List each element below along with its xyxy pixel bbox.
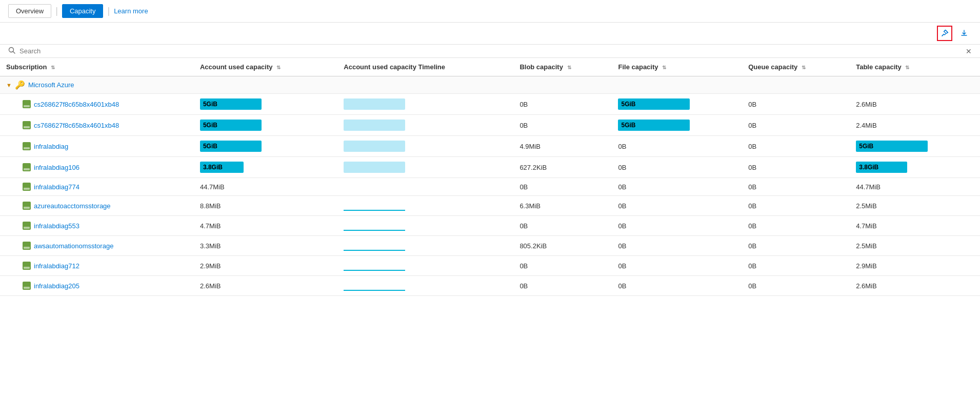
col-account-used-capacity-timeline: Account used capacity Timeline [337, 58, 513, 76]
file-capacity-cell: 5GiB [612, 115, 742, 136]
account-name-text: infralabdiag205 [34, 282, 79, 290]
file-capacity-value: 0B [618, 242, 626, 250]
col-blob-capacity: Blob capacity ⇅ [513, 58, 612, 76]
storage-icon [23, 242, 31, 250]
learn-more-link[interactable]: Learn more [114, 7, 148, 15]
capacity-button[interactable]: Capacity [62, 4, 104, 18]
download-icon [960, 29, 968, 37]
sort-icon-auc[interactable]: ⇅ [276, 65, 281, 70]
group-chevron-icon[interactable]: ▼ [6, 82, 12, 88]
account-name-link[interactable]: infralabdiag [23, 142, 188, 150]
file-capacity-cell: 5GiB [612, 94, 742, 115]
queue-capacity-value: 0B [748, 183, 756, 191]
timeline-bar [344, 98, 405, 110]
queue-capacity-value: 0B [748, 164, 756, 171]
timeline-cell [337, 236, 513, 256]
blob-capacity-cell: 0B [513, 178, 612, 196]
table-capacity-cell: 3.8GiB [850, 157, 980, 178]
table-capacity-value: 2.6MiB [856, 282, 876, 290]
sort-icon-queue[interactable]: ⇅ [802, 65, 806, 70]
account-name-text: cs268627f8c65b8x4601xb48 [34, 101, 119, 108]
file-capacity-bar: 5GiB [618, 98, 690, 110]
search-bar: ✕ [0, 45, 980, 58]
storage-icon [23, 100, 31, 108]
storage-icon [23, 142, 31, 150]
table-capacity-value: 2.6MiB [856, 101, 876, 108]
table-capacity-bar-partial: 3.8GiB [856, 162, 907, 173]
toolbar-row [0, 23, 980, 45]
separator-1: | [55, 6, 58, 16]
queue-capacity-value: 0B [748, 143, 756, 150]
account-name-link[interactable]: awsautomationomsstorage [23, 242, 188, 250]
account-name-link[interactable]: infralabdiag774 [23, 183, 188, 191]
table-row: infralabdiag553 4.7MiB0B0B0B4.7MiB [0, 216, 980, 236]
search-clear-button[interactable]: ✕ [966, 47, 972, 55]
search-input[interactable] [19, 47, 966, 55]
account-used-capacity-cell: 3.3MiB [194, 236, 337, 256]
file-capacity-value: 0B [618, 282, 626, 290]
blob-capacity-cell: 0B [513, 216, 612, 236]
account-name-link[interactable]: cs768627f8c65b8x4601xb48 [23, 121, 188, 129]
queue-capacity-cell: 0B [742, 216, 850, 236]
blob-capacity-value: 0B [519, 101, 528, 108]
timeline-cell [337, 136, 513, 157]
file-capacity-cell: 0B [612, 216, 742, 236]
sort-icon-file[interactable]: ⇅ [662, 65, 666, 70]
timeline-bar [344, 141, 405, 152]
blob-capacity-value: 627.2KiB [519, 164, 547, 171]
timeline-cell [337, 256, 513, 276]
blob-capacity-value: 0B [519, 122, 528, 129]
account-name-link[interactable]: infralabdiag712 [23, 262, 188, 270]
blob-capacity-value: 805.2KiB [519, 242, 547, 250]
sort-icon-table[interactable]: ⇅ [905, 65, 909, 70]
overview-button[interactable]: Overview [8, 4, 51, 18]
queue-capacity-cell: 0B [742, 157, 850, 178]
account-name-link[interactable]: cs268627f8c65b8x4601xb48 [23, 100, 188, 108]
table-capacity-bar-full: 5GiB [856, 141, 928, 152]
account-used-capacity-cell: 8.8MiB [194, 196, 337, 216]
group-key-icon: 🔑 [15, 80, 25, 90]
col-subscription: Subscription ⇅ [0, 58, 194, 76]
sort-icon-blob[interactable]: ⇅ [567, 65, 571, 70]
file-capacity-cell: 0B [612, 157, 742, 178]
capacity-text: 4.7MiB [200, 222, 221, 230]
table-capacity-cell: 2.5MiB [850, 196, 980, 216]
queue-capacity-value: 0B [748, 222, 756, 230]
capacity-table-container: Subscription ⇅ Account used capacity ⇅ A… [0, 58, 980, 296]
account-name-text: infralabdiag712 [34, 262, 79, 270]
group-header-microsoft-azure: ▼ 🔑 Microsoft Azure [0, 76, 980, 94]
capacity-text: 3.3MiB [200, 242, 221, 250]
table-capacity-cell: 2.6MiB [850, 94, 980, 115]
blob-capacity-value: 4.9MiB [519, 143, 540, 150]
account-name-link[interactable]: infralabdiag205 [23, 282, 188, 290]
table-row: infralabdiag774 44.7MiB0B0B0B44.7MiB [0, 178, 980, 196]
table-row: infralabdiag712 2.9MiB0B0B0B2.9MiB [0, 256, 980, 276]
download-button[interactable] [956, 26, 972, 41]
table-capacity-value: 4.7MiB [856, 222, 876, 230]
queue-capacity-value: 0B [748, 202, 756, 210]
timeline-cell [337, 216, 513, 236]
queue-capacity-cell: 0B [742, 256, 850, 276]
sort-icon-subscription[interactable]: ⇅ [51, 65, 55, 70]
pin-icon [941, 29, 949, 37]
capacity-table: Subscription ⇅ Account used capacity ⇅ A… [0, 58, 980, 296]
queue-capacity-value: 0B [748, 122, 756, 129]
table-capacity-cell: 2.6MiB [850, 276, 980, 296]
file-capacity-cell: 0B [612, 178, 742, 196]
account-name-text: infralabdiag [34, 143, 68, 150]
timeline-bar-small [344, 223, 405, 231]
queue-capacity-cell: 0B [742, 178, 850, 196]
account-name-link[interactable]: infralabdiag553 [23, 222, 188, 230]
storage-icon [23, 163, 31, 171]
group-name[interactable]: Microsoft Azure [28, 81, 74, 89]
col-queue-capacity: Queue capacity ⇅ [742, 58, 850, 76]
account-used-capacity-cell: 5GiB [194, 136, 337, 157]
account-name-link[interactable]: azureautoacctomsstorage [23, 202, 188, 210]
pin-button[interactable] [937, 26, 952, 41]
timeline-cell [337, 276, 513, 296]
file-capacity-value: 0B [618, 222, 626, 230]
timeline-bar-small [344, 203, 405, 211]
timeline-cell [337, 115, 513, 136]
account-name-link[interactable]: infralabdiag106 [23, 163, 188, 171]
table-capacity-value: 44.7MiB [856, 183, 881, 191]
